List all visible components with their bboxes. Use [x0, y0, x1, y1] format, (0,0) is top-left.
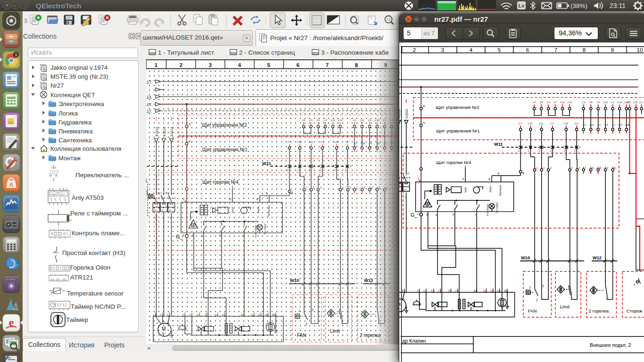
svg-text:Anly AT503: Anly AT503 [72, 194, 104, 201]
svg-text:6: 6 [297, 62, 299, 68]
svg-text:Контроль пламе...: Контроль пламе... [72, 230, 125, 237]
svg-text:5: 5 [267, 62, 271, 68]
svg-text:3: 3 [441, 47, 444, 53]
svg-text:Монтаж: Монтаж [58, 155, 81, 162]
svg-text:2: 2 [413, 47, 416, 53]
svg-text:2 - Список страниц: 2 - Список страниц [239, 49, 295, 56]
svg-text:Горелка Oilon: Горелка Oilon [70, 264, 110, 271]
svg-text:8: 8 [355, 62, 358, 68]
svg-text:4: 4 [470, 47, 473, 53]
svg-text:10: 10 [637, 47, 643, 53]
svg-text:2: 2 [62, 314, 64, 317]
svg-text:Таймер: Таймер [66, 316, 88, 323]
svg-text:(38%): (38%) [570, 2, 587, 9]
svg-text:ATR121: ATR121 [70, 274, 93, 281]
svg-text:1: 1 [15, 52, 17, 57]
svg-text:Внешнее подкл. 2: Внешнее подкл. 2 [590, 342, 631, 348]
svg-text:Таймер NC/NO P...: Таймер NC/NO P... [71, 303, 126, 310]
svg-text:INPUT: INPUT [60, 194, 66, 196]
svg-text:MSTE 39 orig (Nr.23): MSTE 39 orig (Nr.23) [50, 73, 108, 80]
svg-text:Реле с таймером ...: Реле с таймером ... [70, 210, 128, 217]
svg-text:1: 1 [155, 62, 158, 68]
svg-text:Сантехника: Сантехника [58, 137, 92, 144]
svg-text:др Клапин: др Клапин [402, 338, 426, 344]
svg-text:7: 7 [326, 62, 329, 68]
svg-text:23:11: 23:11 [610, 2, 626, 9]
svg-text:Lv: Lv [519, 3, 525, 8]
svg-text:0 1 2: 0 1 2 [51, 166, 57, 169]
svg-text:Коллекция пользователя: Коллекция пользователя [50, 145, 121, 152]
svg-text:1 - Титульный лист: 1 - Титульный лист [158, 49, 214, 56]
svg-text:Электротехника: Электротехника [58, 100, 104, 107]
svg-text:9: 9 [611, 47, 614, 53]
svg-text:7: 7 [554, 47, 557, 53]
svg-text:Jakko original v.1974: Jakko original v.1974 [50, 64, 107, 71]
svg-text:3 - Расположение кабе: 3 - Расположение кабе [321, 49, 389, 56]
svg-text:Гидравлика: Гидравлика [58, 119, 92, 126]
svg-text:6: 6 [52, 323, 54, 326]
svg-text:8: 8 [583, 47, 586, 53]
svg-text:Переключатель ...: Переключатель ... [75, 172, 129, 179]
svg-text:4: 4 [238, 62, 241, 68]
svg-text:6: 6 [526, 47, 529, 53]
svg-text:Nr27: Nr27 [50, 82, 64, 89]
svg-text:Коллекция QET: Коллекция QET [50, 91, 95, 99]
svg-text:3: 3 [209, 62, 212, 68]
svg-text:Логика: Логика [58, 110, 78, 117]
svg-text:2: 2 [180, 62, 182, 68]
svg-text:5: 5 [498, 47, 501, 53]
svg-text:1:1: 1:1 [386, 18, 391, 21]
svg-text:Простой контакт (НЗ): Простой контакт (НЗ) [62, 249, 125, 256]
svg-text:POWER: POWER [50, 194, 56, 196]
svg-text:Temperature sensor: Temperature sensor [67, 290, 124, 297]
svg-text:Пневматика: Пневматика [58, 128, 93, 135]
svg-text:a: a [14, 304, 17, 310]
